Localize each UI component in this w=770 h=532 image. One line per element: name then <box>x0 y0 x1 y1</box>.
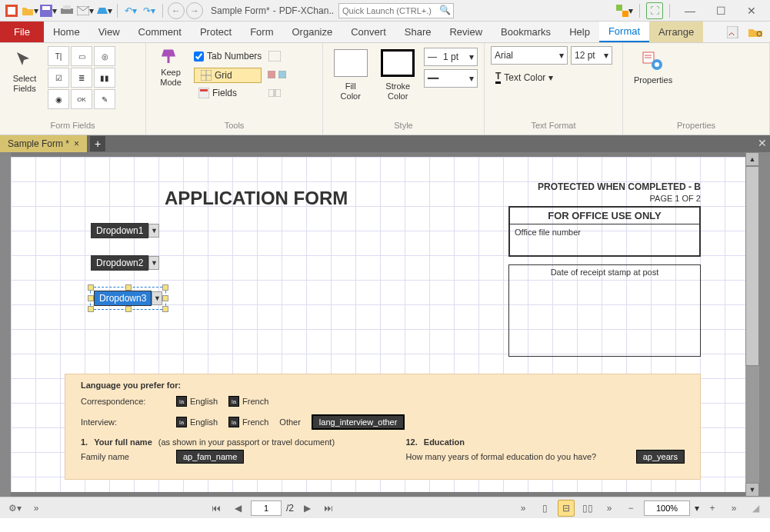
tab-bookmarks[interactable]: Bookmarks <box>492 22 560 42</box>
select-fields-button[interactable]: Select Fields <box>6 46 43 97</box>
fields-panel-button[interactable]: Fields <box>194 86 262 100</box>
tab-share[interactable]: Share <box>395 22 441 42</box>
tab-organize[interactable]: Organize <box>282 22 342 42</box>
interview-other-field[interactable]: lang_interview_other <box>312 414 405 430</box>
scan-icon[interactable]: ▾ <box>95 2 112 19</box>
zoom-in-button[interactable]: + <box>704 500 721 517</box>
file-menu[interactable]: File <box>0 22 44 42</box>
tab-form[interactable]: Form <box>241 22 282 42</box>
layout-single-icon[interactable]: ▯ <box>536 500 553 517</box>
checkbox-field-icon[interactable]: ☑ <box>48 68 69 88</box>
scroll-down-button[interactable]: ▼ <box>745 483 759 497</box>
print-icon[interactable] <box>58 2 75 19</box>
save-icon[interactable]: ▾ <box>40 2 57 19</box>
tab-review[interactable]: Review <box>440 22 492 42</box>
tab-close-icon[interactable]: × <box>74 138 79 149</box>
line-style-select[interactable]: ━━ ▾ <box>424 69 478 88</box>
layout-icon-2[interactable] <box>266 66 277 83</box>
dropdown-field-icon[interactable]: OK <box>71 89 92 109</box>
scroll-thumb[interactable] <box>745 166 759 366</box>
chevrons-right-icon[interactable]: » <box>601 500 618 517</box>
stroke-color-button[interactable]: Stroke Color <box>377 46 420 105</box>
redo-icon[interactable]: ↷▾ <box>141 2 158 19</box>
zoom-level-input[interactable] <box>644 500 690 516</box>
email-icon[interactable]: ▾ <box>77 2 94 19</box>
text-color-button[interactable]: T Text Color ▾ <box>491 69 616 85</box>
tab-protect[interactable]: Protect <box>191 22 241 42</box>
first-page-button[interactable]: ⏮ <box>208 500 225 517</box>
open-icon[interactable]: ▾ <box>22 2 38 19</box>
tab-view[interactable]: View <box>89 22 129 42</box>
signature-icon[interactable] <box>725 24 742 41</box>
tab-numbers-checkbox[interactable]: Tab Numbers <box>194 48 262 65</box>
prev-page-button[interactable]: ◀ <box>229 500 246 517</box>
close-button[interactable]: ✕ <box>738 2 765 19</box>
left-pane-strip[interactable] <box>0 152 11 497</box>
zoom-out-button[interactable]: − <box>622 500 639 517</box>
layout-icon-1[interactable] <box>266 48 283 65</box>
app-icon[interactable] <box>3 2 20 19</box>
font-size-select[interactable]: 12 pt▾ <box>571 46 612 65</box>
maximize-button[interactable]: ☐ <box>707 2 735 19</box>
right-pane-strip[interactable] <box>759 152 770 497</box>
keep-mode-button[interactable]: Keep Mode <box>152 46 189 91</box>
button-field-icon[interactable]: ▭ <box>71 46 92 66</box>
tabstrip-close-icon[interactable]: ✕ <box>758 137 767 149</box>
tab-convert[interactable]: Convert <box>342 22 395 42</box>
listbox-field-icon[interactable]: ≣ <box>71 68 92 88</box>
tab-comment[interactable]: Comment <box>129 22 191 42</box>
nav-fwd-icon[interactable]: → <box>186 2 203 19</box>
document-tab-strip: Sample Form *× + ✕ <box>0 135 770 152</box>
barcode-field-icon[interactable]: ▮▮ <box>94 68 115 88</box>
chevrons-end-icon[interactable]: » <box>725 500 742 517</box>
fill-color-button[interactable]: Fill Color <box>329 46 372 105</box>
dropdown-field-3-selected[interactable]: Dropdown3▼ <box>91 288 165 309</box>
ui-options-icon[interactable]: ▾ <box>616 2 633 19</box>
tab-home[interactable]: Home <box>44 22 89 42</box>
ribbon: Select Fields T| ▭ ◎ ☑ ≣ ▮▮ ◉ OK ✎ Form … <box>0 43 770 135</box>
correspondence-french-checkbox[interactable]: laFrench <box>228 396 268 407</box>
correspondence-english-checkbox[interactable]: laEnglish <box>176 396 218 407</box>
radio-field-icon[interactable]: ◉ <box>48 89 69 109</box>
nav-back-icon[interactable]: ← <box>168 2 185 19</box>
page-canvas[interactable]: APPLICATION FORM PROTECTED WHEN COMPLETE… <box>11 157 745 492</box>
image-field-icon[interactable]: ◎ <box>94 46 115 66</box>
font-name-select[interactable]: Arial▾ <box>491 46 568 65</box>
line-width-select[interactable]: — 1 pt ▾ <box>424 48 478 66</box>
page-input[interactable] <box>251 500 282 516</box>
family-name-field[interactable]: ap_fam_name <box>176 450 244 464</box>
dropdown-field-2[interactable]: Dropdown2▼ <box>91 255 159 271</box>
interview-french-checkbox[interactable]: laFrench <box>228 417 268 427</box>
dropdown-field-1[interactable]: Dropdown1▼ <box>91 223 159 238</box>
grid-toggle-button[interactable]: Grid <box>194 68 262 83</box>
text-field-icon[interactable]: T| <box>48 46 69 66</box>
vertical-scrollbar[interactable]: ▲ ▼ <box>745 152 759 497</box>
layout-two-icon[interactable]: ▯▯ <box>579 500 596 517</box>
undo-icon[interactable]: ↶▾ <box>122 2 139 19</box>
tab-format[interactable]: Format <box>599 22 649 42</box>
layout-icon-4[interactable] <box>266 85 283 101</box>
interview-english-checkbox[interactable]: laEnglish <box>176 417 218 427</box>
resize-grip-icon[interactable]: ◢ <box>747 500 764 517</box>
chevrons-mid-icon[interactable]: » <box>515 500 532 517</box>
layout-icon-3[interactable] <box>277 66 288 83</box>
last-page-button[interactable]: ⏭ <box>320 500 337 517</box>
properties-button[interactable]: Properties <box>629 46 677 88</box>
fullscreen-icon[interactable]: ⛶ <box>646 2 663 19</box>
minimize-button[interactable]: — <box>676 2 704 19</box>
quick-launch-search[interactable]: 🔍 <box>338 3 454 18</box>
signature-field-icon[interactable]: ✎ <box>94 89 115 109</box>
next-page-button[interactable]: ▶ <box>298 500 315 517</box>
years-field[interactable]: ap_years <box>636 450 685 464</box>
chevrons-left-icon[interactable]: » <box>28 500 45 517</box>
scroll-up-button[interactable]: ▲ <box>745 152 759 166</box>
options-gear-icon[interactable]: ⚙▾ <box>6 500 23 517</box>
new-tab-button[interactable]: + <box>90 136 105 151</box>
find-icon[interactable] <box>747 24 764 41</box>
tab-arrange[interactable]: Arrange <box>649 22 703 42</box>
tab-help[interactable]: Help <box>560 22 599 42</box>
group-label-form-fields: Form Fields <box>6 121 139 133</box>
document-tab[interactable]: Sample Form *× <box>0 135 87 152</box>
layout-continuous-icon[interactable]: ⊟ <box>558 500 575 517</box>
receipt-stamp-box: Date of receipt stamp at post <box>508 264 701 357</box>
